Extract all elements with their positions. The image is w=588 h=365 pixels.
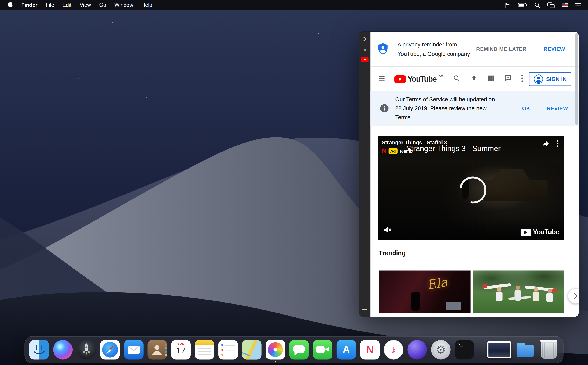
menu-bar: Finder File Edit View Go Window Help [0, 0, 588, 10]
netflix-logo: N [382, 147, 386, 154]
thumbnail-scene [473, 271, 564, 314]
calendar-day: 17 [176, 346, 186, 355]
youtube-watermark[interactable]: YouTube [520, 228, 559, 236]
apple-icon [8, 1, 13, 7]
dock-calendar-icon[interactable]: JUL 17 [171, 340, 191, 359]
dock-notes-icon[interactable] [195, 340, 214, 359]
trending-thumbnails: Ela [379, 271, 579, 314]
youtube-wordmark: YouTube [408, 75, 436, 83]
trending-heading: Trending [379, 250, 579, 257]
appstore-glyph: A [343, 344, 350, 355]
terms-notice: Our Terms of Service will be updated on … [370, 91, 579, 126]
add-tab-button[interactable] [359, 307, 371, 312]
dock-itunes-icon[interactable]: ♪ [384, 340, 403, 359]
status-flag-pen-icon[interactable] [505, 2, 511, 8]
dock-terminal-icon[interactable]: >_ [455, 340, 474, 359]
dock-facetime-icon[interactable] [313, 340, 333, 359]
apps-grid-icon[interactable] [487, 75, 495, 83]
menu-view[interactable]: View [76, 0, 95, 10]
battery-icon[interactable] [518, 3, 527, 7]
dock-news-icon[interactable]: N [360, 340, 380, 359]
menu-go[interactable]: Go [95, 0, 110, 10]
thumbnail-title-text: Ela [426, 274, 449, 292]
youtube-header: YouTube DE [370, 67, 579, 91]
sign-in-label: SIGN IN [546, 76, 567, 82]
news-glyph: N [366, 343, 374, 356]
side-panel-window: A privacy reminder from YouTube, a Googl… [359, 32, 579, 317]
us-flag-input-icon[interactable] [562, 3, 568, 7]
watermark-text: YouTube [533, 228, 559, 236]
spotlight-search-icon[interactable] [534, 2, 540, 8]
terminal-prompt-glyph: >_ [457, 342, 463, 348]
tab-dot[interactable] [364, 49, 366, 51]
menu-help[interactable]: Help [137, 0, 156, 10]
privacy-banner: A privacy reminder from YouTube, a Googl… [370, 32, 579, 67]
upload-icon[interactable] [470, 74, 478, 84]
dock-separator [481, 339, 481, 360]
dock-appstore-icon[interactable]: A [337, 340, 356, 359]
menu-edit[interactable]: Edit [58, 0, 76, 10]
youtube-play-icon [395, 75, 406, 83]
loading-spinner [454, 171, 491, 209]
dock-mail-icon[interactable] [124, 340, 143, 359]
trending-thumbnail-2[interactable] [473, 271, 564, 314]
info-icon [380, 104, 389, 112]
trending-thumbnail-1[interactable]: Ela [379, 271, 471, 314]
dock-siri-icon[interactable] [53, 340, 72, 359]
hamburger-menu-icon[interactable] [378, 74, 385, 83]
dock-contacts-icon[interactable] [148, 340, 167, 359]
ad-badge: Ad [388, 148, 397, 154]
dock-photos-icon[interactable] [266, 340, 285, 359]
dock-launchpad-icon[interactable] [77, 340, 96, 359]
calendar-month: JUL [177, 342, 184, 345]
notification-list-icon[interactable] [575, 2, 581, 8]
collapse-chevron-icon[interactable] [363, 36, 367, 43]
menu-app-name[interactable]: Finder [17, 0, 42, 10]
privacy-message: A privacy reminder from YouTube, a Googl… [397, 40, 473, 58]
menu-file[interactable]: File [42, 0, 58, 10]
youtube-tab-icon[interactable] [361, 57, 368, 62]
video-scene-house [484, 165, 548, 201]
watermark-play-icon [520, 228, 531, 236]
menu-window[interactable]: Window [110, 0, 137, 10]
account-icon [534, 74, 543, 84]
thumbnail-laptop [446, 302, 461, 310]
youtube-logo[interactable]: YouTube DE [395, 75, 443, 83]
display-mirroring-icon[interactable] [547, 2, 555, 8]
dock-screenshot-preview[interactable] [487, 341, 511, 358]
dock-downloads-folder-icon[interactable] [516, 340, 535, 359]
dock-reminders-icon[interactable] [219, 340, 238, 359]
panel-tab-strip [359, 32, 371, 317]
muted-speaker-icon[interactable] [383, 226, 392, 236]
privacy-review-button[interactable]: REVIEW [544, 46, 565, 52]
terms-review-button[interactable]: REVIEW [547, 105, 568, 111]
search-icon[interactable] [453, 74, 460, 83]
dock-safari-icon[interactable] [100, 340, 120, 359]
dock-messages-icon[interactable] [290, 340, 309, 359]
video-player[interactable]: Stranger Things - Staffel 3 N Ad Netflix… [378, 136, 564, 240]
video-overlay-title: Stranger Things 3 - Summer [406, 144, 501, 153]
sign-in-button[interactable]: SIGN IN [529, 72, 571, 85]
remind-me-later-button[interactable]: REMIND ME LATER [476, 46, 526, 52]
terms-ok-button[interactable]: OK [522, 105, 530, 111]
dock-maps-icon[interactable] [242, 340, 262, 359]
itunes-note-glyph: ♪ [391, 344, 396, 355]
thumbnail-figure [411, 292, 420, 311]
dock-system-preferences-icon[interactable]: ⚙ [431, 340, 450, 359]
kebab-menu-icon[interactable] [521, 74, 523, 83]
scrollbar[interactable] [575, 33, 578, 125]
privacy-shield-icon [376, 43, 389, 56]
apple-menu[interactable] [4, 0, 17, 10]
dock: JUL 17 A N ♪ ⚙ >_ [24, 336, 563, 363]
messages-bubble-icon[interactable] [504, 74, 512, 84]
gear-glyph: ⚙ [436, 343, 446, 357]
dock-finder-icon[interactable] [29, 340, 49, 359]
panel-content: A privacy reminder from YouTube, a Googl… [370, 32, 579, 317]
terms-message: Our Terms of Service will be updated on … [395, 95, 497, 122]
player-kebab-icon[interactable] [557, 140, 558, 147]
dock-purple-app-icon[interactable] [407, 340, 427, 359]
running-indicator [275, 361, 276, 362]
share-icon[interactable] [541, 140, 550, 147]
region-label: DE [438, 74, 443, 78]
dock-trash-icon[interactable] [539, 340, 559, 359]
